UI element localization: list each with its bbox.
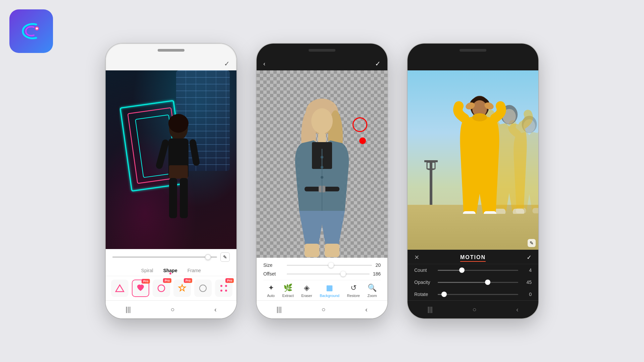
nav-2-home[interactable]: ○ [321,306,325,313]
svg-rect-37 [430,160,432,207]
shapes-row: Pro Pro Pro [106,276,236,300]
svg-point-34 [321,156,323,159]
rotate-thumb[interactable] [441,292,447,297]
zoom-icon: 🔍 [368,284,377,292]
tool-eraser[interactable]: ◈ Eraser [301,284,312,298]
motion-close-button[interactable]: ✕ [414,254,419,261]
tab-shape[interactable]: Shape [163,267,177,274]
count-fill [438,270,462,271]
phone-3: ✎ ✕ MOTION ✓ Count 4 Opacity [408,44,538,318]
tool-auto[interactable]: ✦ Auto [267,284,275,298]
phone-2-checkmark[interactable]: ✓ [375,60,381,68]
tool-zoom[interactable]: 🔍 Zoom [368,284,377,298]
background-icon: ▦ [326,284,333,292]
shape-heart[interactable]: Pro [132,280,149,297]
restore-icon: ↺ [351,284,357,292]
opacity-slider[interactable] [438,282,518,283]
tool-extract[interactable]: 🌿 Extract [282,284,293,298]
tool-restore[interactable]: ↺ Restore [347,284,360,298]
size-label: Size [263,262,283,268]
nav-3-menu[interactable]: ||| [427,306,433,313]
nav-home-icon[interactable]: ○ [170,306,174,313]
svg-rect-31 [305,244,319,257]
svg-rect-27 [318,133,326,143]
svg-rect-13 [189,139,200,166]
svg-point-26 [311,108,333,134]
phones-container: ✓ [106,44,538,318]
motion-title: MOTION [460,254,486,260]
shape-circle-plain[interactable] [194,280,212,297]
svg-rect-50 [513,209,524,214]
motion-confirm-button[interactable]: ✓ [527,254,532,261]
svg-marker-16 [179,285,185,291]
rotate-value: 0 [524,292,532,297]
phone-2: ‹ ✓ [257,44,387,318]
svg-rect-10 [169,178,177,218]
eraser-button[interactable]: ✎ [220,252,230,262]
shape-tabs: Spiral Shape Frame [106,265,236,276]
count-thumb[interactable] [459,267,465,273]
shape-dots[interactable]: Pro [215,280,232,297]
phone-1-notch [106,44,236,57]
svg-point-35 [321,166,323,169]
nav-2-menu[interactable]: ||| [276,306,282,313]
nav-back-icon[interactable]: ‹ [214,306,217,313]
tab-frame[interactable]: Frame [187,267,201,274]
pro-badge-heart: Pro [142,279,150,284]
rotate-label: Rotate [414,292,438,297]
svg-point-17 [200,285,206,292]
opacity-label: Opacity [414,280,438,285]
size-slider-track[interactable] [287,265,372,266]
pro-badge-star: Pro [184,278,192,283]
rotate-slider[interactable] [438,294,518,295]
offset-slider-thumb[interactable] [340,271,346,277]
phone-3-nav: ||| ○ ‹ [408,300,538,318]
svg-point-7 [168,114,189,133]
size-slider-row: Size 20 [263,262,381,268]
size-slider-fill [287,265,331,266]
svg-rect-32 [325,244,339,257]
opacity-value: 45 [524,280,532,285]
shape-triangle[interactable] [111,280,128,297]
app-icon[interactable] [9,9,53,53]
notch-pill-3 [460,49,486,52]
phone-2-back-icon[interactable]: ‹ [263,60,265,67]
opacity-thumb[interactable] [485,280,490,285]
phone-3-canvas[interactable]: ✎ [408,70,538,250]
svg-point-18 [220,285,222,287]
nav-3-back[interactable]: ‹ [516,306,519,313]
nav-2-back[interactable]: ‹ [365,306,368,313]
phone-1-checkmark[interactable]: ✓ [224,60,230,68]
eraser-label: Eraser [301,294,312,298]
woman-yellow-main [446,93,513,214]
intensity-slider-track[interactable] [112,256,217,258]
size-value: 20 [375,262,381,268]
phone-2-bottom: Size 20 Offset 186 ✦ Au [257,258,387,300]
offset-label: Offset [263,271,283,277]
phone-1-canvas[interactable] [106,70,236,249]
phone-2-notch [257,44,387,57]
extract-label: Extract [282,294,293,298]
phone-2-canvas[interactable] [257,70,387,258]
count-slider[interactable] [438,270,518,271]
extract-icon: 🌿 [283,284,292,292]
tab-spiral[interactable]: Spiral [141,267,153,274]
svg-marker-14 [116,285,124,292]
tool-background[interactable]: ▦ Background [320,284,339,298]
offset-slider-track[interactable] [287,274,370,275]
restore-label: Restore [347,294,360,298]
motion-controls: ✕ MOTION ✓ Count 4 Opacity 4 [408,250,538,300]
app-logo [18,18,45,45]
shape-circle-outline[interactable]: Pro [153,280,170,297]
intensity-slider-thumb[interactable] [205,254,211,260]
nav-3-home[interactable]: ○ [472,306,476,313]
shape-star[interactable]: Pro [173,280,191,297]
svg-rect-47 [484,211,496,214]
woman-silhouette-1 [142,108,215,249]
svg-point-36 [321,176,323,179]
nav-menu-icon[interactable]: ||| [125,306,131,313]
svg-rect-9 [169,165,188,179]
svg-point-20 [220,290,222,292]
size-slider-thumb[interactable] [328,262,334,268]
phone-2-nav: ||| ○ ‹ [257,300,387,318]
